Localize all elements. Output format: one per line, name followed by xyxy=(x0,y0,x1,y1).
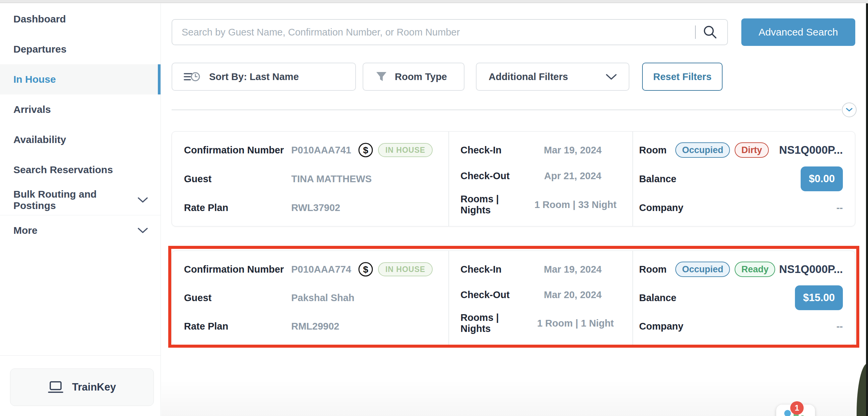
check-in-value: Mar 19, 2024 xyxy=(523,145,623,156)
confirmation-row: Confirmation Number P010AAA741 $ IN HOUS… xyxy=(172,142,448,158)
window-chrome-strip xyxy=(0,0,868,3)
sidebar-nav: Dashboard Departures In House Arrivals A… xyxy=(0,3,160,246)
svg-text:$: $ xyxy=(363,264,368,275)
confirmation-label: Confirmation Number xyxy=(184,145,291,156)
check-in-label: Check-In xyxy=(461,145,501,156)
dollar-icon[interactable]: $ xyxy=(358,262,373,277)
sort-by-button[interactable]: Sort By: Last Name xyxy=(172,63,356,91)
reservation-card[interactable]: Confirmation Number P010AAA741 $ IN HOUS… xyxy=(172,131,855,226)
balance-button[interactable]: $15.00 xyxy=(795,285,843,310)
check-out-row: Check-Out Apr 21, 2024 xyxy=(449,168,632,184)
check-out-label: Check-Out xyxy=(461,170,510,182)
balance-label: Balance xyxy=(639,292,676,303)
sidebar-item-label: Arrivals xyxy=(13,104,51,115)
room-row: Room Occupied Ready NS1Q000P... xyxy=(633,261,855,277)
check-out-value: Apr 21, 2024 xyxy=(523,170,623,182)
room-balance-column: Room Occupied Dirty NS1Q000P... Balance … xyxy=(632,132,855,226)
check-out-row: Check-Out Mar 20, 2024 xyxy=(449,287,632,303)
occupancy-badge: Occupied xyxy=(675,262,730,277)
balance-row: Balance $0.00 xyxy=(633,166,855,191)
reset-filters-button[interactable]: Reset Filters xyxy=(642,63,722,91)
sidebar-item-label: Dashboard xyxy=(13,13,66,25)
occupancy-badge: Occupied xyxy=(675,142,730,158)
chevron-down-icon xyxy=(138,228,148,233)
funnel-icon xyxy=(375,71,388,83)
housekeeping-badge: Dirty xyxy=(735,142,769,158)
room-number: NS1Q000P... xyxy=(779,144,843,156)
reservation-info-column: Confirmation Number P010AAA741 $ IN HOUS… xyxy=(172,132,448,226)
rate-plan-value: RWL37902 xyxy=(291,202,340,213)
room-type-label: Room Type xyxy=(395,71,447,83)
guest-value: TINA MATTHEWS xyxy=(291,173,372,185)
housekeeping-badge: Ready xyxy=(735,262,775,277)
dates-column: Check-In Mar 19, 2024 Check-Out Mar 20, … xyxy=(448,251,632,345)
rate-plan-label: Rate Plan xyxy=(184,202,291,213)
sidebar-item-label: Bulk Routing and Postings xyxy=(13,189,138,211)
search-icon[interactable] xyxy=(703,25,718,40)
balance-button[interactable]: $0.00 xyxy=(801,166,843,191)
trainkey-label: TrainKey xyxy=(72,381,116,393)
reservation-info-column: Confirmation Number P010AAA774 $ IN HOUS… xyxy=(172,251,448,345)
dollar-icon[interactable]: $ xyxy=(358,142,373,158)
rooms-nights-row: Rooms | Nights 1 Room | 33 Night xyxy=(449,194,632,216)
room-label: Room xyxy=(639,145,666,156)
sidebar-item-in-house[interactable]: In House xyxy=(0,64,160,94)
confirmation-label: Confirmation Number xyxy=(184,264,291,275)
sidebar-item-label: More xyxy=(13,225,37,236)
rooms-nights-value: 1 Room | 33 Night xyxy=(528,199,623,210)
status-badge: IN HOUSE xyxy=(378,143,433,157)
search-bar xyxy=(172,19,728,45)
additional-filters-label: Additional Filters xyxy=(489,71,568,83)
company-label: Company xyxy=(639,321,683,332)
confirmation-value: P010AAA741 xyxy=(291,145,351,156)
company-row: Company -- xyxy=(633,318,855,334)
company-value: -- xyxy=(837,202,843,213)
sidebar-item-bulk-routing[interactable]: Bulk Routing and Postings xyxy=(0,185,160,215)
sidebar-item-departures[interactable]: Departures xyxy=(0,34,160,64)
additional-filters-button[interactable]: Additional Filters xyxy=(476,63,629,91)
sidebar-item-arrivals[interactable]: Arrivals xyxy=(0,94,160,125)
room-type-button[interactable]: Room Type xyxy=(363,63,465,91)
room-label: Room xyxy=(639,264,666,275)
guest-row: Guest TINA MATTHEWS xyxy=(172,171,448,187)
reservation-card[interactable]: Confirmation Number P010AAA774 $ IN HOUS… xyxy=(172,251,855,345)
room-row: Room Occupied Dirty NS1Q000P... xyxy=(633,142,855,158)
company-value: -- xyxy=(837,321,843,332)
sidebar-item-more[interactable]: More xyxy=(0,215,160,246)
dates-column: Check-In Mar 19, 2024 Check-Out Apr 21, … xyxy=(448,132,632,226)
check-in-label: Check-In xyxy=(461,264,501,275)
search-separator xyxy=(695,26,696,39)
search-input[interactable] xyxy=(172,19,728,45)
confirmation-value: P010AAA774 xyxy=(291,264,351,275)
sidebar-item-label: Search Reservations xyxy=(13,164,113,175)
company-label: Company xyxy=(639,202,683,213)
sort-by-label: Sort By: Last Name xyxy=(209,71,299,83)
confirmation-row: Confirmation Number P010AAA774 $ IN HOUS… xyxy=(172,261,448,277)
company-row: Company -- xyxy=(633,200,855,216)
advanced-search-button[interactable]: Advanced Search xyxy=(741,19,855,46)
sort-icon xyxy=(184,71,200,83)
sidebar-item-availability[interactable]: Availability xyxy=(0,125,160,155)
collapse-chevron-button[interactable] xyxy=(842,102,857,117)
svg-text:$: $ xyxy=(363,145,368,155)
check-in-value: Mar 19, 2024 xyxy=(523,264,623,275)
sidebar-footer: TrainKey xyxy=(0,355,160,416)
chevron-down-icon xyxy=(138,197,148,203)
guest-value: Pakshal Shah xyxy=(291,292,354,303)
balance-label: Balance xyxy=(639,173,676,185)
laptop-icon xyxy=(48,381,63,393)
rooms-nights-label: Rooms | Nights xyxy=(461,194,528,216)
check-in-row: Check-In Mar 19, 2024 xyxy=(449,142,632,158)
sidebar-item-label: In House xyxy=(13,74,56,85)
guest-row: Guest Pakshal Shah xyxy=(172,290,448,306)
section-divider xyxy=(172,109,841,110)
balance-row: Balance $15.00 xyxy=(633,285,855,310)
check-in-row: Check-In Mar 19, 2024 xyxy=(449,261,632,277)
rooms-nights-value: 1 Room | 1 Night xyxy=(528,318,623,329)
guest-label: Guest xyxy=(184,292,291,303)
status-badge: IN HOUSE xyxy=(378,262,433,276)
check-out-value: Mar 20, 2024 xyxy=(523,289,623,300)
sidebar-item-dashboard[interactable]: Dashboard xyxy=(0,4,160,34)
sidebar-item-search-reservations[interactable]: Search Reservations xyxy=(0,155,160,185)
trainkey-button[interactable]: TrainKey xyxy=(10,369,154,406)
